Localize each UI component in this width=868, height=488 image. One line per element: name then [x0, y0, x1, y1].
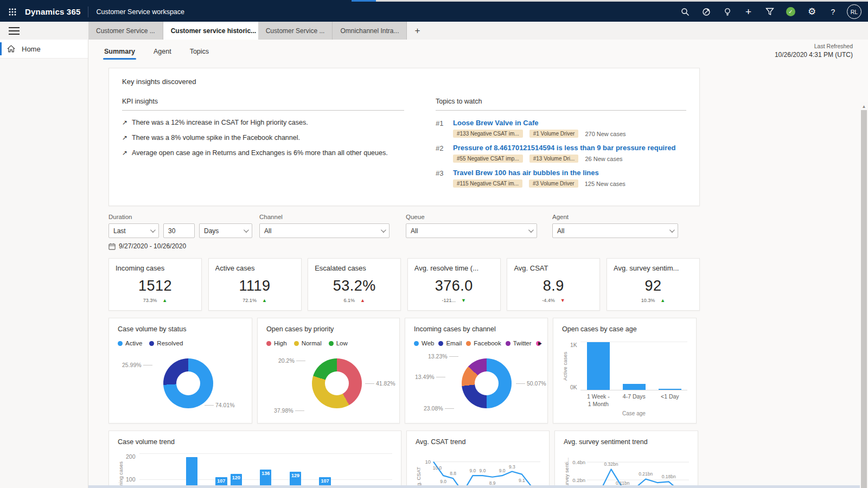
- user-avatar[interactable]: RL: [847, 4, 861, 19]
- open-cases-by-case-age-card[interactable]: Open cases by case age Active cases 1K0K: [553, 318, 697, 423]
- bar-1week-1month[interactable]: [587, 342, 610, 390]
- chevron-down-icon: [244, 227, 249, 233]
- y-axis-title: Active cases: [562, 342, 568, 390]
- channel-label: Channel: [259, 214, 406, 220]
- slice-label: 37.98%: [274, 407, 304, 414]
- bar-4-7-days[interactable]: [623, 384, 646, 390]
- legend-twitter: Twitter: [506, 340, 532, 346]
- avg-survey-sentiment-trend-card[interactable]: Avg. survey sentiment trend Avg. survey …: [554, 431, 698, 488]
- hamburger-menu-icon[interactable]: [9, 25, 20, 37]
- kpi-card-avg-resolve-time[interactable]: Avg. resolve time (... 376.0 -121... ▼: [407, 258, 501, 311]
- y-axis-title: Avg. CSAT: [416, 452, 422, 488]
- tab-omnichannel[interactable]: Omnichannel Intra...: [333, 22, 407, 40]
- legend-email: Email: [438, 340, 462, 346]
- subtab-agent[interactable]: Agent: [152, 42, 173, 60]
- subtab-topics[interactable]: Topics: [189, 42, 210, 60]
- bar-lt-1-day[interactable]: [659, 389, 681, 390]
- incoming-cases-by-channel-card[interactable]: Incoming cases by channel Web Email Face…: [405, 318, 548, 423]
- tab-customer-service-historical[interactable]: Customer service historic... ×: [163, 22, 258, 40]
- csat-impact-badge: #55 Negative CSAT imp...: [453, 155, 523, 163]
- legend-resolved: Resolved: [149, 340, 183, 346]
- kpi-insight-item: ↗ Average open case age in Returns and E…: [122, 149, 404, 157]
- topic-link[interactable]: Travel Brew 100 has air bubbles in the l…: [453, 169, 626, 177]
- sentiment-trend-line: 0.4bn0.2bn0.0bn0.06bn0.06bn0.32bn0.11bn0…: [570, 452, 689, 488]
- slice-label: 41.82%: [365, 380, 395, 387]
- slice-label: 13.49%: [415, 374, 445, 380]
- x-axis-categories: 1 Week - 1 Month 4-7 Days <1 Day: [580, 393, 687, 408]
- kpi-card-escalated-cases[interactable]: Escalated cases 53.2% 6.1% ▲: [308, 258, 401, 311]
- new-tab-button[interactable]: +: [407, 22, 427, 40]
- svg-text:0.2bn: 0.2bn: [572, 477, 585, 483]
- sidebar-item-home[interactable]: Home: [0, 40, 88, 59]
- legend-dot: [294, 341, 299, 346]
- duration-number-input[interactable]: 30: [163, 223, 195, 238]
- topic-link[interactable]: Pressure of 8.46170121514594 is less tha…: [453, 144, 675, 152]
- status-check-icon[interactable]: ✓: [780, 2, 801, 22]
- search-icon[interactable]: [674, 2, 695, 22]
- case-volume-trend-card[interactable]: Case volume trend Incoming cases 2001000…: [108, 431, 401, 488]
- slice-label: 20.2%: [278, 357, 305, 364]
- selected-accent: [0, 42, 2, 55]
- queue-select[interactable]: All: [406, 223, 537, 238]
- kpi-card-avg-csat[interactable]: Avg. CSAT 8.9 -4.4% ▼: [507, 258, 600, 311]
- brand-title[interactable]: Dynamics 365: [25, 7, 80, 16]
- vertical-scrollbar[interactable]: ▲ ▼: [860, 102, 868, 488]
- kpi-card-active-cases[interactable]: Active cases 1119 72.1% ▲: [208, 258, 302, 311]
- horizontal-scrollbar[interactable]: [88, 485, 860, 488]
- filter-icon[interactable]: [759, 2, 780, 22]
- duration-mode-select[interactable]: Last: [108, 223, 159, 238]
- avg-csat-trend-card[interactable]: Avg. CSAT trend Avg. CSAT 10810.09.08.87…: [406, 431, 550, 488]
- svg-text:9.3: 9.3: [509, 464, 515, 470]
- slice-label: 13.23%: [428, 353, 458, 359]
- charts-row: Case volume by status Active Resolved 25…: [108, 318, 700, 423]
- y-axis-title: Avg. survey senti...: [564, 452, 570, 488]
- legend-dot: [414, 341, 419, 346]
- agent-select[interactable]: All: [552, 223, 678, 238]
- tab-customer-service-1[interactable]: Customer Service ...: [88, 22, 163, 40]
- kpi-card-incoming-cases[interactable]: Incoming cases 1512 73.3% ▲: [108, 258, 202, 311]
- compass-icon[interactable]: [695, 2, 717, 22]
- y-axis-ticks: 2001000: [126, 453, 136, 488]
- legend-overflow-icon[interactable]: ▶: [538, 341, 542, 346]
- volume-driver-badge: #3 Volume Driver: [529, 179, 578, 188]
- channel-select[interactable]: All: [259, 223, 390, 238]
- legend-normal: Normal: [294, 340, 322, 346]
- settings-gear-icon[interactable]: ⚙: [801, 2, 822, 22]
- csat-impact-badge: #115 Negative CSAT im...: [453, 179, 522, 188]
- home-icon: [7, 45, 15, 53]
- svg-text:9.0: 9.0: [499, 468, 506, 473]
- topic-item-1: #1 Loose Brew Valve in Cafe #133 Negativ…: [436, 119, 686, 138]
- duration-unit-select[interactable]: Days: [199, 223, 252, 238]
- channel-donut-chart[interactable]: [462, 358, 512, 408]
- subtab-summary[interactable]: Summary: [103, 42, 136, 60]
- priority-donut-chart[interactable]: [312, 358, 362, 408]
- status-donut-chart[interactable]: [163, 358, 213, 408]
- help-icon[interactable]: ?: [822, 2, 844, 22]
- kpi-card-avg-survey-sentiment[interactable]: Avg. survey sentim... 92 10.3% ▲: [607, 258, 700, 311]
- x-axis-title: Case age: [580, 410, 687, 416]
- svg-text:0.21bn: 0.21bn: [639, 471, 653, 477]
- add-icon[interactable]: +: [738, 2, 759, 22]
- new-cases-count: 26 New cases: [585, 156, 622, 162]
- lightbulb-icon[interactable]: [717, 2, 738, 22]
- svg-text:10.0: 10.0: [433, 465, 442, 471]
- last-refreshed: Last Refreshed 10/26/2020 4:31 PM (UTC): [775, 43, 853, 59]
- kpi-insight-item: ↗ There was a 12% increase in CSAT for H…: [122, 119, 404, 126]
- trend-bar[interactable]: [186, 457, 197, 488]
- case-volume-by-status-card[interactable]: Case volume by status Active Resolved 25…: [108, 318, 252, 423]
- session-tab-bar: Customer Service ... Customer service hi…: [0, 22, 868, 40]
- open-cases-by-priority-card[interactable]: Open cases by priority High Normal Low 2…: [257, 318, 400, 423]
- scrollbar-thumb[interactable]: [861, 110, 867, 488]
- trend-up-icon: ↗: [122, 149, 127, 157]
- waffle-icon[interactable]: [0, 2, 25, 22]
- delta-down-icon: ▼: [560, 298, 565, 303]
- calendar-icon: [108, 243, 116, 250]
- y-axis-title: Incoming cases: [118, 453, 124, 488]
- topic-link[interactable]: Loose Brew Valve in Cafe: [453, 119, 626, 127]
- tab-customer-service-2[interactable]: Customer Service ...: [258, 22, 333, 40]
- delta-up-icon: ▲: [660, 298, 665, 303]
- svg-text:9.0: 9.0: [480, 468, 486, 473]
- scroll-up-icon[interactable]: ▲: [860, 102, 868, 110]
- chevron-down-icon: [669, 227, 675, 233]
- app-name[interactable]: Customer Service workspace: [96, 8, 184, 16]
